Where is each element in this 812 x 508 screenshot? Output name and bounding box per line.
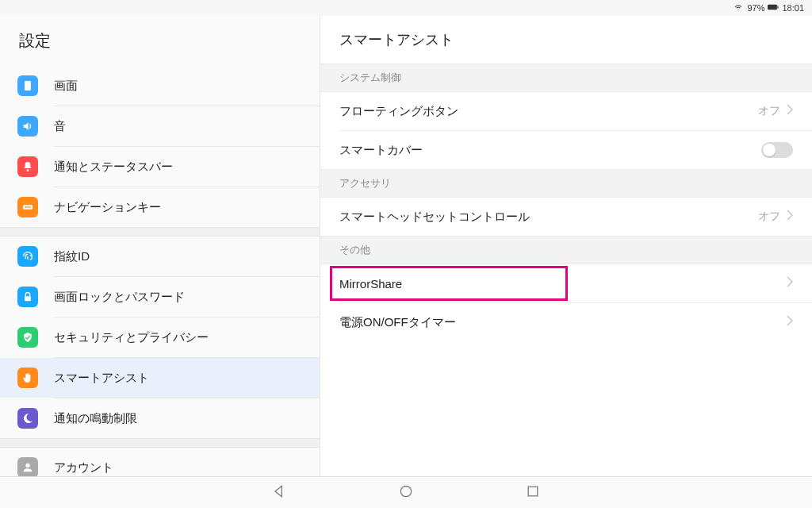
row-label: MirrorShare <box>339 277 787 291</box>
sidebar-item-bell[interactable]: 通知とステータスバー <box>0 147 320 187</box>
settings-row[interactable]: 電源ON/OFFタイマー <box>320 303 812 341</box>
status-bar: 97% 18:01 <box>0 0 812 16</box>
sidebar-item-label: 指紋ID <box>54 249 320 264</box>
settings-row[interactable]: スマートヘッドセットコントロールオフ <box>320 198 812 236</box>
nav-icon <box>17 197 38 217</box>
sidebar-item-display[interactable]: 画面 <box>0 66 320 106</box>
svg-rect-1 <box>778 6 779 8</box>
row-label: スマートヘッドセットコントロール <box>339 210 758 225</box>
svg-rect-11 <box>528 487 538 496</box>
settings-sidebar: 設定 画面音通知とステータスバーナビゲーションキー指紋ID画面ロックとパスワード… <box>0 16 320 476</box>
main-panel: スマートアシスト システム制御フローティングボタンオフスマートカバーアクセサリス… <box>320 16 812 476</box>
display-icon <box>17 75 38 96</box>
row-label: スマートカバー <box>339 143 761 158</box>
sidebar-item-label: 通知とステータスバー <box>54 160 320 175</box>
settings-row[interactable]: スマートカバー <box>320 131 812 169</box>
svg-point-5 <box>25 206 26 208</box>
user-icon <box>17 457 38 476</box>
clock: 18:01 <box>782 3 804 13</box>
sidebar-item-label: 画面 <box>54 79 320 94</box>
sidebar-item-nav[interactable]: ナビゲーションキー <box>0 187 320 227</box>
sidebar-item-label: 画面ロックとパスワード <box>54 290 320 305</box>
svg-point-6 <box>27 206 29 208</box>
sidebar-item-hand[interactable]: スマートアシスト <box>0 358 320 398</box>
nav-recent-button[interactable] <box>525 483 541 502</box>
shield-icon <box>17 327 38 348</box>
section-header: アクセサリ <box>320 169 812 198</box>
wifi-icon <box>733 2 744 13</box>
settings-row[interactable]: フローティングボタンオフ <box>320 92 812 130</box>
sidebar-item-label: 通知の鳴動制限 <box>54 411 320 426</box>
chevron-right-icon <box>787 210 793 224</box>
sidebar-item-label: セキュリティとプライバシー <box>54 330 320 345</box>
sidebar-item-lock[interactable]: 画面ロックとパスワード <box>0 277 320 317</box>
battery-icon <box>768 2 779 13</box>
toggle-switch[interactable] <box>761 142 793 158</box>
svg-rect-8 <box>25 296 31 301</box>
svg-rect-2 <box>25 81 31 90</box>
lock-icon <box>17 287 38 307</box>
sound-icon <box>17 116 38 137</box>
moon-icon <box>17 408 38 429</box>
svg-point-10 <box>400 486 411 496</box>
section-header: システム制御 <box>320 64 812 92</box>
chevron-right-icon <box>787 315 793 329</box>
nav-bar <box>0 476 812 508</box>
battery-percent: 97% <box>747 3 764 13</box>
row-value: オフ <box>758 104 780 118</box>
fingerprint-icon <box>17 246 38 267</box>
row-value: オフ <box>758 210 780 224</box>
chevron-right-icon <box>787 104 793 118</box>
main-title: スマートアシスト <box>320 16 812 64</box>
settings-row[interactable]: MirrorShare <box>320 264 812 302</box>
svg-point-9 <box>25 464 29 468</box>
nav-home-button[interactable] <box>398 483 414 502</box>
sidebar-item-moon[interactable]: 通知の鳴動制限 <box>0 398 320 438</box>
section-header: その他 <box>320 236 812 264</box>
row-label: フローティングボタン <box>339 104 758 119</box>
sidebar-item-label: 音 <box>54 119 320 134</box>
chevron-right-icon <box>787 276 793 291</box>
sidebar-item-label: アカウント <box>54 460 320 475</box>
sidebar-item-user[interactable]: アカウント <box>0 448 320 476</box>
row-label: 電源ON/OFFタイマー <box>339 315 787 330</box>
sidebar-item-fingerprint[interactable]: 指紋ID <box>0 237 320 276</box>
svg-point-7 <box>29 206 31 208</box>
sidebar-item-sound[interactable]: 音 <box>0 106 320 146</box>
bell-icon <box>17 156 38 177</box>
sidebar-item-label: ナビゲーションキー <box>54 200 320 215</box>
nav-back-button[interactable] <box>271 483 287 502</box>
sidebar-item-shield[interactable]: セキュリティとプライバシー <box>0 318 320 357</box>
sidebar-title: 設定 <box>0 16 320 66</box>
svg-rect-0 <box>768 5 777 10</box>
hand-icon <box>17 368 38 388</box>
svg-point-3 <box>27 169 29 171</box>
sidebar-item-label: スマートアシスト <box>54 371 320 386</box>
